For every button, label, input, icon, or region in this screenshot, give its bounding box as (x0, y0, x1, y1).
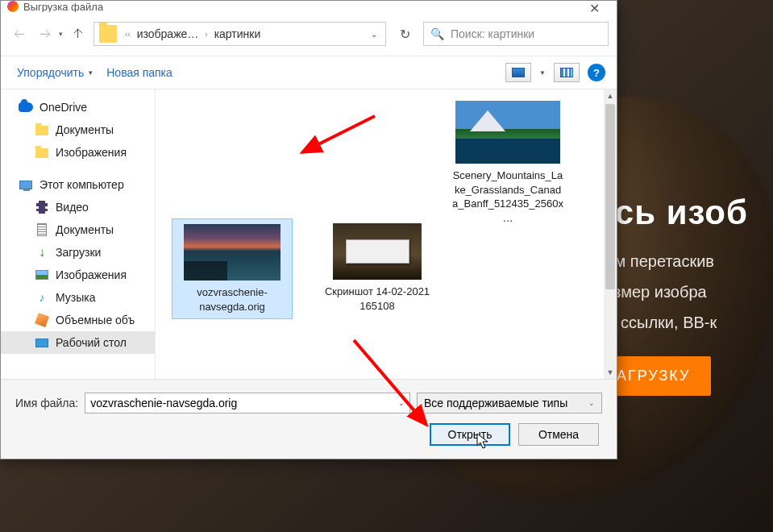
film-icon (36, 201, 48, 214)
desktop-icon (35, 339, 48, 347)
window-title: Выгрузка файла (23, 1, 103, 12)
scroll-up-button[interactable]: ▲ (604, 89, 617, 102)
chevron-right-icon: › (200, 30, 212, 39)
breadcrumb-dropdown[interactable]: ⌄ (364, 30, 384, 39)
cancel-button[interactable]: Отмена (518, 423, 599, 446)
sidebar-item-downloads[interactable]: ↓ Загрузки (1, 241, 155, 264)
help-button[interactable]: ? (588, 64, 605, 81)
cursor-icon (476, 433, 491, 451)
open-button[interactable]: Открыть (430, 423, 510, 446)
image-icon (35, 270, 48, 280)
file-item-screenshot[interactable]: Скриншот 14-02-2021 165108 (317, 218, 438, 319)
view-thumbnails-button[interactable] (505, 63, 531, 82)
filename-label: Имя файла: (15, 397, 78, 409)
chevron-down-icon: ▼ (87, 69, 94, 77)
file-label: vozvraschenie-navsegda.orig (177, 285, 287, 314)
file-label: Scenery_Mountains_Lake_Grasslands_Canada… (452, 168, 563, 225)
cube-icon (35, 313, 49, 327)
scroll-down-button[interactable]: ▼ (604, 366, 617, 379)
filetype-select[interactable]: Все поддерживаемые типы ⌄ (417, 393, 602, 414)
file-open-dialog: Выгрузка файла ✕ 🡠 🡢 ▾ 🡡 ‹‹ изображе… › … (0, 0, 617, 459)
file-label: Скриншот 14-02-2021 165108 (322, 285, 433, 313)
refresh-button[interactable]: ↻ (391, 22, 418, 46)
file-item-scenery[interactable]: Scenery_Mountains_Lake_Grasslands_Canada… (447, 96, 568, 230)
sidebar-item-documents[interactable]: Документы (1, 218, 155, 241)
sidebar-item-video[interactable]: Видео (1, 196, 155, 218)
up-button[interactable]: 🡡 (68, 23, 89, 44)
folder-icon (99, 25, 117, 43)
file-item-vozvraschenie[interactable]: vozvraschenie-navsegda.orig (172, 218, 293, 319)
chevron-down-icon[interactable]: ▼ (539, 69, 546, 77)
filename-input[interactable]: vozvraschenie-navsegda.orig ⌄ (85, 393, 410, 414)
music-icon: ♪ (35, 290, 49, 305)
sidebar-item-images[interactable]: Изображения (1, 264, 155, 286)
breadcrumb[interactable]: ‹‹ изображе… › картинки ⌄ (94, 22, 386, 46)
chevron-down-icon[interactable]: ⌄ (398, 399, 405, 407)
thumbnail-image (333, 223, 422, 280)
back-button[interactable]: 🡠 (9, 23, 30, 44)
hero-title: есь изоб (596, 193, 773, 232)
file-list[interactable]: Scenery_Mountains_Lake_Grasslands_Canada… (156, 89, 617, 379)
chevron-left-icon: ‹‹ (120, 30, 135, 39)
history-dropdown[interactable]: ▾ (59, 30, 63, 38)
scrollbar-thumb[interactable] (605, 104, 615, 289)
titlebar: Выгрузка файла ✕ (1, 1, 617, 12)
toolbar: Упорядочить ▼ Новая папка ▼ ? (1, 56, 617, 89)
scrollbar[interactable]: ▲ ▼ (604, 89, 617, 379)
sidebar: OneDrive Документы Изображения Этот комп… (1, 89, 156, 379)
sidebar-item-3dobjects[interactable]: Объемные объ (1, 309, 155, 331)
sidebar-item-images[interactable]: Изображения (1, 141, 155, 164)
hero-line: тым перетаскив (596, 248, 773, 274)
thumbnail-image (455, 101, 560, 164)
firefox-icon (7, 1, 19, 12)
sidebar-item-music[interactable]: ♪ Музыка (1, 286, 155, 309)
preview-pane-icon (560, 68, 573, 77)
search-icon: 🔍 (430, 27, 444, 40)
sidebar-item-thispc[interactable]: Этот компьютер (1, 173, 155, 196)
dialog-footer: Имя файла: vozvraschenie-navsegda.orig ⌄… (1, 379, 617, 459)
document-icon (37, 223, 47, 236)
sidebar-item-desktop[interactable]: Рабочий стол (1, 331, 155, 354)
crumb-segment[interactable]: изображе… (135, 27, 201, 40)
cloud-icon (19, 102, 33, 112)
computer-icon (19, 181, 32, 189)
background-hero: есь изоб тым перетаскив размер изобра ые… (596, 193, 773, 396)
new-folder-button[interactable]: Новая папка (102, 63, 177, 82)
folder-icon (35, 148, 48, 158)
view-preview-button[interactable] (554, 63, 580, 82)
forward-button[interactable]: 🡢 (35, 23, 56, 44)
organize-menu[interactable]: Упорядочить ▼ (12, 63, 98, 82)
nav-bar: 🡠 🡢 ▾ 🡡 ‹‹ изображе… › картинки ⌄ ↻ 🔍 По… (1, 12, 617, 56)
search-placeholder: Поиск: картинки (451, 27, 534, 40)
search-input[interactable]: 🔍 Поиск: картинки (423, 22, 609, 46)
download-icon: ↓ (35, 245, 49, 260)
folder-icon (35, 126, 48, 135)
thumbnail-image (184, 224, 281, 281)
hero-line: ые ссылки, BB-к (596, 310, 773, 335)
sidebar-item-onedrive[interactable]: OneDrive (1, 96, 155, 118)
sidebar-item-documents[interactable]: Документы (1, 118, 155, 141)
thumbnails-icon (512, 68, 525, 77)
chevron-down-icon: ⌄ (588, 399, 595, 407)
hero-line: размер изобра (596, 279, 773, 305)
crumb-segment[interactable]: картинки (213, 27, 263, 40)
